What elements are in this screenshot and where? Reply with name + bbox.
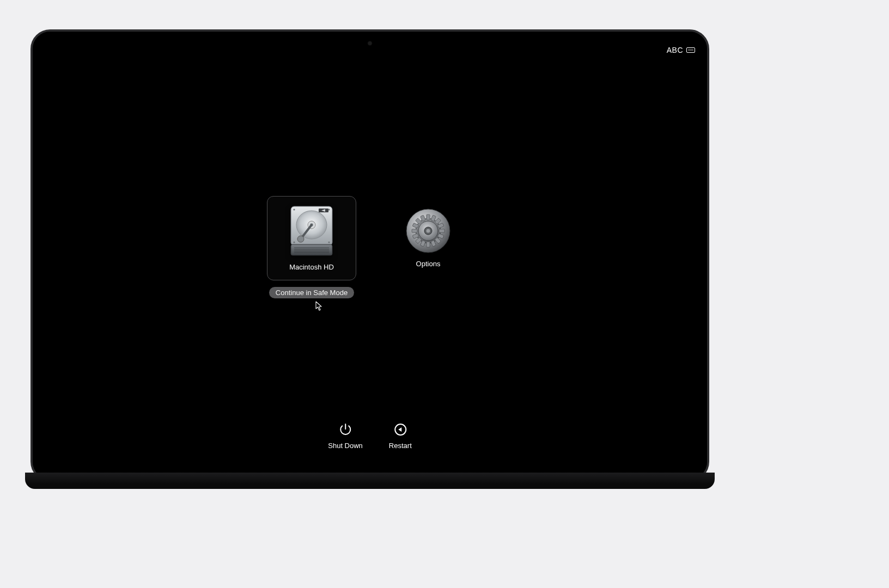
keyboard-icon[interactable] — [686, 47, 695, 53]
boot-screen: ABC — [33, 32, 707, 479]
boot-option-label: Macintosh HD — [289, 263, 334, 271]
status-bar: ABC — [667, 46, 695, 54]
laptop-frame: ABC — [31, 29, 709, 481]
boot-tile[interactable]: Options — [383, 196, 473, 280]
harddrive-icon — [289, 205, 334, 256]
svg-marker-23 — [398, 427, 401, 432]
svg-point-11 — [297, 236, 304, 242]
laptop-base — [25, 473, 715, 489]
gear-icon — [406, 209, 450, 253]
boot-tile-selected[interactable]: Macintosh HD — [267, 196, 356, 280]
svg-rect-18 — [427, 215, 430, 220]
bottom-actions: Shut Down Restart — [328, 422, 412, 450]
cursor-icon — [315, 301, 323, 311]
svg-rect-1 — [291, 244, 332, 255]
svg-point-14 — [293, 241, 295, 243]
camera-icon — [368, 41, 372, 45]
svg-point-13 — [328, 209, 330, 210]
restart-label: Restart — [389, 442, 412, 450]
continue-safe-mode-button[interactable]: Continue in Safe Mode — [269, 287, 354, 298]
restart-button[interactable]: Restart — [389, 422, 412, 450]
shutdown-label: Shut Down — [328, 442, 363, 450]
svg-point-21 — [427, 229, 430, 233]
input-source-label[interactable]: ABC — [667, 46, 683, 54]
power-icon — [338, 422, 352, 437]
boot-option-macintosh-hd[interactable]: Macintosh HD Continue in Safe Mode — [267, 196, 356, 298]
boot-option-options[interactable]: Options — [383, 196, 473, 280]
boot-options-row: Macintosh HD Continue in Safe Mode — [267, 196, 473, 298]
svg-point-15 — [328, 241, 330, 243]
svg-point-12 — [293, 209, 295, 210]
restart-icon — [393, 422, 407, 437]
boot-option-label: Options — [416, 260, 441, 268]
shutdown-button[interactable]: Shut Down — [328, 422, 363, 450]
